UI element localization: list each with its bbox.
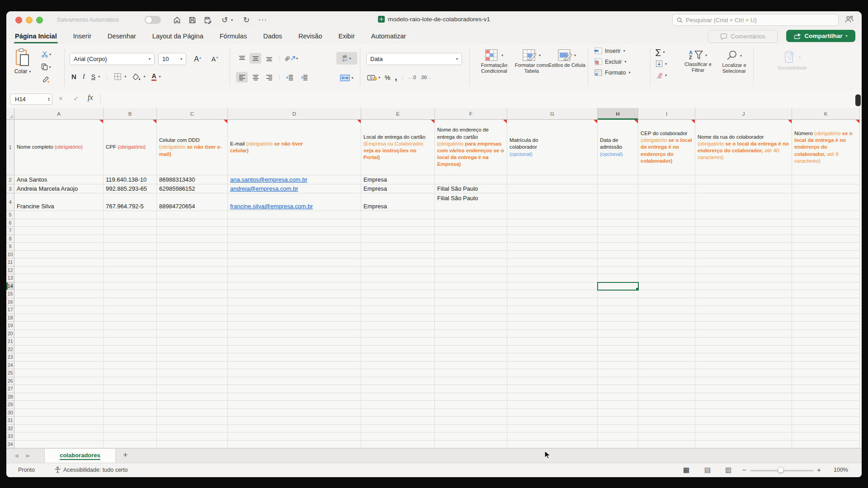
cell-K6[interactable]: [792, 219, 860, 227]
cell-H21[interactable]: [598, 338, 638, 346]
cell-J14[interactable]: [695, 282, 792, 291]
cell-D5[interactable]: [228, 211, 361, 219]
cell-E18[interactable]: [361, 314, 435, 322]
cell-D3[interactable]: andreia@empresa.com.br: [228, 184, 361, 193]
cell-H12[interactable]: [598, 267, 638, 275]
cell-F14[interactable]: [435, 282, 507, 291]
cell-G32[interactable]: [507, 425, 598, 433]
cell-A32[interactable]: [14, 425, 104, 433]
cell-C14[interactable]: [157, 282, 228, 291]
cell-B7[interactable]: [104, 227, 157, 235]
cell-F3[interactable]: Filial São Paulo: [435, 184, 507, 193]
header-cell-I1[interactable]: CEP do colaborador (obrigatório se o loc…: [638, 120, 695, 175]
cell-D31[interactable]: [228, 417, 361, 425]
cell-E19[interactable]: [361, 322, 435, 330]
cell-C30[interactable]: [157, 409, 228, 417]
cell-A23[interactable]: [14, 353, 104, 361]
cell-C13[interactable]: [157, 274, 228, 282]
cell-E4[interactable]: Empresa: [361, 193, 435, 211]
cell-E34[interactable]: [361, 441, 435, 449]
cell-H17[interactable]: [598, 306, 638, 314]
cell-K21[interactable]: [792, 338, 860, 346]
cell-H3[interactable]: [598, 184, 638, 193]
cell-B16[interactable]: [104, 298, 157, 306]
cell-B33[interactable]: [104, 432, 157, 441]
cell-E23[interactable]: [361, 353, 435, 361]
cell-B18[interactable]: [104, 314, 157, 322]
cell-E12[interactable]: [361, 267, 435, 275]
header-cell-E1[interactable]: Local de entrega do cartão (Empresa ou C…: [361, 120, 435, 175]
header-cell-G1[interactable]: Matrícula do colaborador (opcional): [507, 120, 598, 175]
cell-J8[interactable]: [695, 235, 792, 243]
ribbon-tab-dados[interactable]: Dados: [263, 29, 282, 44]
cell-H2[interactable]: [598, 175, 638, 184]
cell-A20[interactable]: [14, 330, 104, 338]
cell-I23[interactable]: [638, 353, 695, 361]
row-header-4[interactable]: 4: [6, 193, 14, 211]
cell-H4[interactable]: [598, 193, 638, 211]
cell-J3[interactable]: [695, 184, 792, 193]
cell-I16[interactable]: [638, 298, 695, 306]
header-cell-J1[interactable]: Nome da rua do colaborador (obrigatório …: [695, 120, 792, 175]
cell-K27[interactable]: [792, 385, 860, 393]
cell-J2[interactable]: [695, 175, 792, 184]
cell-H22[interactable]: [598, 346, 638, 354]
cell-E25[interactable]: [361, 369, 435, 377]
cell-F17[interactable]: [435, 306, 507, 314]
cell-C9[interactable]: [157, 243, 228, 251]
row-header-14[interactable]: 14: [6, 282, 14, 291]
cell-I33[interactable]: [638, 432, 695, 441]
cell-D32[interactable]: [228, 425, 361, 433]
cell-D33[interactable]: [228, 432, 361, 441]
cell-G2[interactable]: [507, 175, 598, 184]
cell-H14[interactable]: [598, 282, 638, 291]
column-header-C[interactable]: C: [157, 108, 228, 120]
sort-filter-button[interactable]: AZ ▾ Classificar e Filtrar: [682, 50, 714, 73]
cell-I3[interactable]: [638, 184, 695, 193]
cell-J7[interactable]: [695, 227, 792, 235]
cell-E10[interactable]: [361, 251, 435, 259]
cell-C18[interactable]: [157, 314, 228, 322]
cell-C28[interactable]: [157, 393, 228, 401]
cell-A30[interactable]: [14, 409, 104, 417]
cell-F24[interactable]: [435, 361, 507, 370]
cell-K4[interactable]: [792, 193, 860, 211]
cell-C15[interactable]: [157, 290, 228, 298]
column-header-K[interactable]: K: [792, 108, 860, 120]
cell-H15[interactable]: [598, 290, 638, 298]
sensitivity-button[interactable]: ▾ Sensibilidade: [769, 50, 815, 71]
cell-B3[interactable]: 992.885.293-65: [104, 184, 157, 193]
cell-J34[interactable]: [695, 441, 792, 449]
percent-style-button[interactable]: %: [385, 74, 390, 81]
cell-K15[interactable]: [792, 290, 860, 298]
cell-I13[interactable]: [638, 274, 695, 282]
cell-C8[interactable]: [157, 235, 228, 243]
decrease-decimal-button[interactable]: .00→: [420, 75, 431, 80]
cell-C20[interactable]: [157, 330, 228, 338]
shrink-font-button[interactable]: A▾: [207, 54, 222, 65]
cell-J33[interactable]: [695, 432, 792, 441]
cell-F19[interactable]: [435, 322, 507, 330]
cell-K12[interactable]: [792, 267, 860, 275]
cell-F27[interactable]: [435, 385, 507, 393]
cell-G34[interactable]: [507, 441, 598, 449]
cell-F25[interactable]: [435, 369, 507, 377]
column-header-J[interactable]: J: [695, 108, 792, 120]
cell-G21[interactable]: [507, 338, 598, 346]
cell-K17[interactable]: [792, 306, 860, 314]
cell-H6[interactable]: [598, 219, 638, 227]
cell-K14[interactable]: [792, 282, 860, 291]
cell-G11[interactable]: [507, 258, 598, 267]
cell-E20[interactable]: [361, 330, 435, 338]
cell-J6[interactable]: [695, 219, 792, 227]
cell-D23[interactable]: [228, 353, 361, 361]
align-bottom-button[interactable]: [263, 53, 275, 64]
cell-D34[interactable]: [228, 441, 361, 449]
wrap-text-button[interactable]: ab c↵ ▾: [336, 52, 357, 65]
formula-bar-expand-control[interactable]: [855, 94, 861, 106]
cell-J21[interactable]: [695, 338, 792, 346]
share-button[interactable]: Compartilhar ▾: [786, 30, 855, 42]
cancel-icon[interactable]: ×: [59, 94, 63, 102]
cell-H19[interactable]: [598, 322, 638, 330]
clear-button[interactable]: ▾: [656, 72, 667, 79]
